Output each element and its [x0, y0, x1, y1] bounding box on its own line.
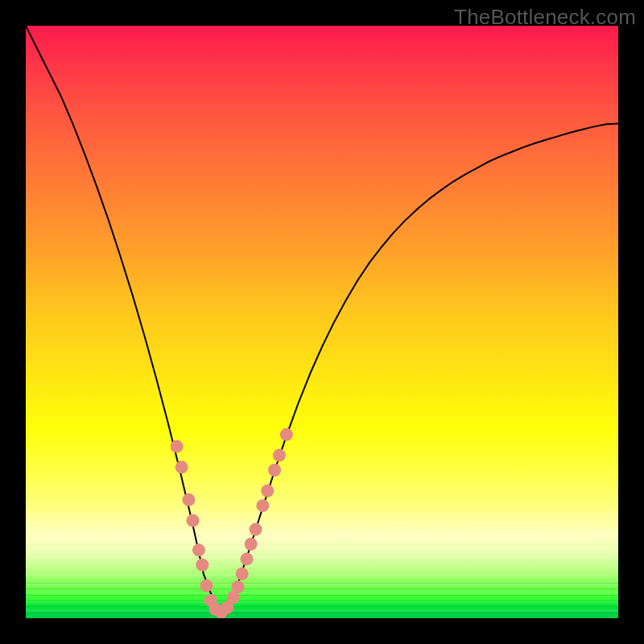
curve-marker [261, 485, 274, 497]
plot-area [26, 26, 618, 618]
curve-marker [171, 440, 184, 453]
curve-marker [196, 559, 208, 572]
curve-marker [236, 568, 249, 580]
curve-marker [182, 493, 195, 506]
curve-marker [231, 580, 244, 593]
curve-layer [26, 26, 618, 618]
curve-marker [175, 460, 188, 473]
curve-marker [280, 428, 293, 441]
curve-marker [273, 449, 286, 462]
curve-marker [250, 523, 262, 536]
curve-marker [200, 580, 213, 592]
curve-marker [241, 552, 254, 565]
curve-marker [256, 499, 269, 512]
curve-marker [245, 538, 258, 551]
bottleneck-curve [26, 26, 618, 613]
watermark-text: TheBottleneck.com [454, 5, 636, 30]
curve-marker [192, 543, 205, 556]
curve-marker [268, 464, 281, 477]
chart-frame: TheBottleneck.com [0, 0, 644, 644]
curve-marker [187, 514, 200, 527]
curve-markers [171, 428, 293, 618]
